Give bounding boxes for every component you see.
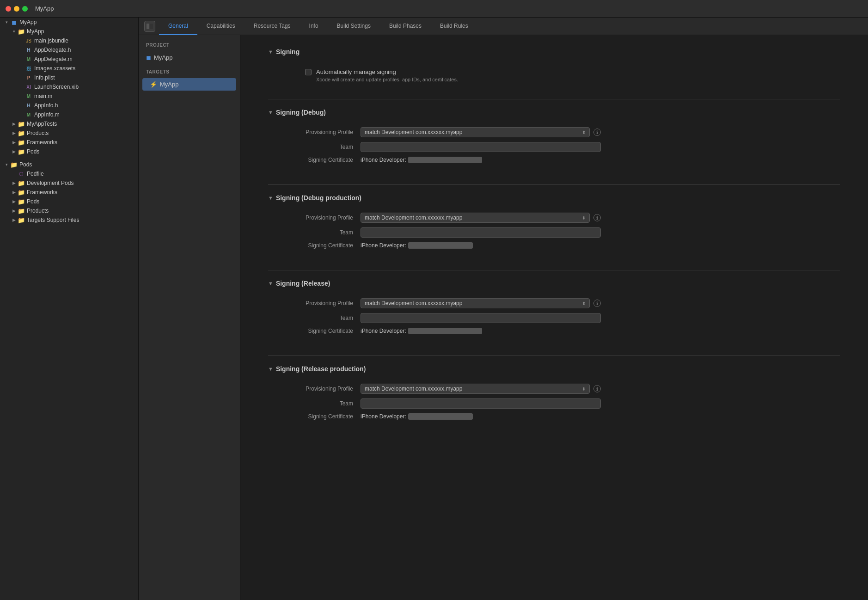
signing-release-prod-cert-label: Signing Certificate [268,413,361,420]
minimize-button[interactable] [14,6,19,12]
signing-release-prod-form: Provisioning Profile match Development c… [268,380,840,432]
sidebar-item-appdelegate-h[interactable]: H AppDelegate.h [0,45,138,55]
signing-debug-team-field[interactable] [361,142,601,152]
signing-release-profile-dropdown[interactable]: match Development com.xxxxxx.myapp ⬍ [361,298,590,308]
signing-debug-prod-cert-control: iPhone Developer: [361,242,601,249]
signing-debug-prod-collapse[interactable]: ▼ [268,195,273,201]
sidebar-item-targets-support[interactable]: 📁 Targets Support Files [0,215,138,225]
xib-icon: XI [25,83,32,91]
auto-manage-desc: Xcode will create and update profiles, a… [316,77,458,82]
sidebar-item-pods-sub[interactable]: 📁 Pods [0,197,138,206]
sidebar-item-appinfo-h[interactable]: H AppInfo.h [0,101,138,110]
sidebar: ◼ MyApp 📁 MyApp JS main.jsbundle H AppDe… [0,18,139,600]
signing-debug-prod-profile-control: match Development com.xxxxxx.myapp ⬍ ℹ [361,213,601,223]
svg-rect-1 [150,24,153,29]
signing-debug-cert-value: iPhone Developer: [361,157,482,163]
sidebar-item-launchscreen-xib[interactable]: XI LaunchScreen.xib [0,82,138,92]
signing-debug-cert-row: Signing Certificate iPhone Developer: [268,157,840,163]
auto-manage-checkbox[interactable] [305,69,312,75]
sidebar-item-appinfo-m[interactable]: M AppInfo.m [0,110,138,119]
folder-icon-pods-sub: 📁 [18,198,25,205]
signing-release-prod-profile-control: match Development com.xxxxxx.myapp ⬍ ℹ [361,384,601,394]
target-name-label: MyApp [160,81,178,88]
sidebar-label-targets-support: Targets Support Files [27,217,79,223]
sidebar-item-myapp-root[interactable]: ◼ MyApp [0,18,138,27]
tab-build-rules[interactable]: Build Rules [431,18,477,35]
sidebar-item-myapp-folder[interactable]: 📁 MyApp [0,27,138,36]
signing-debug-prod-header: ▼ Signing (Debug production) [268,194,840,202]
sidebar-item-products-1[interactable]: 📁 Products [0,129,138,138]
signing-debug-prod-profile-label: Provisioning Profile [268,214,361,221]
sidebar-item-myapptests[interactable]: 📁 MyAppTests [0,119,138,129]
sidebar-item-products-2[interactable]: 📁 Products [0,206,138,215]
jsbundle-icon: JS [25,37,32,44]
disclosure-frameworks-1 [11,140,17,145]
dropdown-arrows-release-prod-profile: ⬍ [582,386,586,392]
project-icon-selector: ◼ [146,54,151,61]
tab-info[interactable]: Info [300,18,328,35]
signing-debug-profile-value: match Development com.xxxxxx.myapp [365,129,579,135]
project-myapp-item[interactable]: ◼ MyApp [139,51,240,64]
signing-release-prod-cert-value: iPhone Developer: [361,413,473,420]
content-area: General Capabilities Resource Tags Info … [139,18,868,600]
sidebar-label-myapp-folder: MyApp [27,28,44,35]
signing-release-prod-profile-value: match Development com.xxxxxx.myapp [365,386,579,392]
info-btn-debug-profile[interactable]: ℹ [593,129,601,136]
sidebar-label-images-xcassets: Images.xcassets [34,65,75,72]
maximize-button[interactable] [22,6,28,12]
info-btn-release-profile[interactable]: ℹ [593,300,601,307]
sidebar-item-mainjsbundle[interactable]: JS main.jsbundle [0,36,138,45]
tab-build-settings[interactable]: Build Settings [328,18,380,35]
close-button[interactable] [6,6,11,12]
signing-debug-profile-label: Provisioning Profile [268,129,361,135]
info-btn-debug-prod-profile[interactable]: ℹ [593,214,601,221]
signing-debug-prod-team-field[interactable] [361,227,601,238]
target-myapp-item[interactable]: ⚡ MyApp [142,78,236,91]
sidebar-toggle-button[interactable] [144,21,155,32]
signing-release-prod-team-field[interactable] [361,398,601,409]
signing-debug-prod-profile-row: Provisioning Profile match Development c… [268,213,840,223]
signing-release-prod-collapse[interactable]: ▼ [268,366,273,372]
sidebar-label-myapptests: MyAppTests [27,121,57,127]
sidebar-item-dev-pods[interactable]: 📁 Development Pods [0,178,138,188]
tab-resource-tags[interactable]: Resource Tags [245,18,300,35]
signing-divider-1 [268,184,840,185]
signing-debug-team-label: Team [268,144,361,150]
sidebar-item-pods-folder-1[interactable]: 📁 Pods [0,147,138,156]
signing-debug-collapse[interactable]: ▼ [268,110,273,115]
sidebar-item-images-xcassets[interactable]: 🖼 Images.xcassets [0,64,138,73]
sidebar-item-info-plist[interactable]: P Info.plist [0,73,138,82]
signing-debug-profile-dropdown[interactable]: match Development com.xxxxxx.myapp ⬍ [361,127,590,137]
tab-capabilities[interactable]: Capabilities [197,18,245,35]
sidebar-label-mainjsbundle: main.jsbundle [34,37,68,44]
signing-release-team-field[interactable] [361,313,601,323]
signing-release-prod-cert-control: iPhone Developer: [361,413,601,420]
signing-collapse-arrow[interactable]: ▼ [268,49,273,55]
sidebar-item-podfile[interactable]: ⬡ Podfile [0,169,138,178]
signing-release-prod-title: Signing (Release production) [276,365,366,373]
sidebar-item-appdelegate-m[interactable]: M AppDelegate.m [0,55,138,64]
info-btn-release-prod-profile[interactable]: ℹ [593,385,601,392]
signing-debug-prod-profile-dropdown[interactable]: match Development com.xxxxxx.myapp ⬍ [361,213,590,223]
tab-build-phases[interactable]: Build Phases [380,18,431,35]
sidebar-item-frameworks-2[interactable]: 📁 Frameworks [0,188,138,197]
signing-release-cert-label: Signing Certificate [268,328,361,334]
signing-release-profile-control: match Development com.xxxxxx.myapp ⬍ ℹ [361,298,601,308]
signing-release-prod-profile-dropdown[interactable]: match Development com.xxxxxx.myapp ⬍ [361,384,590,394]
sidebar-label-appinfo-m: AppInfo.m [34,111,60,118]
disclosure-targets-support [11,217,17,223]
sidebar-item-frameworks-1[interactable]: 📁 Frameworks [0,138,138,147]
sidebar-item-pods-root[interactable]: 📁 Pods [0,160,138,169]
sidebar-item-main-m[interactable]: M main.m [0,92,138,101]
signing-release-collapse[interactable]: ▼ [268,281,273,286]
signing-release-form: Provisioning Profile match Development c… [268,294,840,346]
dropdown-arrows-debug-prod-profile: ⬍ [582,215,586,220]
tab-general[interactable]: General [159,18,197,35]
sidebar-label-frameworks-1: Frameworks [27,139,57,146]
tab-bar: General Capabilities Resource Tags Info … [139,18,868,35]
tab-items: General Capabilities Resource Tags Info … [159,18,866,35]
sidebar-label-frameworks-2: Frameworks [27,189,57,196]
signing-debug-title: Signing (Debug) [276,109,326,116]
signing-debug-prod-team-label: Team [268,229,361,236]
signing-release-prod-cert-text: iPhone Developer: [361,413,406,420]
